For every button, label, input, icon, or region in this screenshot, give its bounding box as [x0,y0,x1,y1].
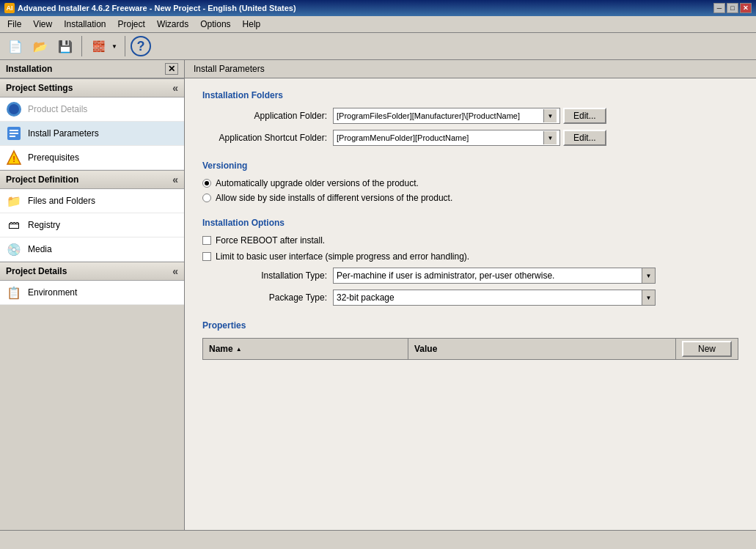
toolbar-separator-2 [125,36,125,56]
sidebar-item-install-parameters[interactable]: Install Parameters [0,122,184,146]
app-shortcut-row: Application Shortcut Folder: [ProgramMen… [202,130,738,146]
environment-icon: 📋 [6,284,22,301]
section-project-settings[interactable]: Project Settings « [0,78,184,97]
name-sort-arrow: ▲ [236,346,242,353]
collapse-project-definition[interactable]: « [172,174,178,185]
svg-rect-4 [10,133,18,134]
installation-type-label: Installation Type: [202,270,327,281]
installation-type-row: Installation Type: Per-machine if user i… [202,268,738,284]
col-name-header[interactable]: Name ▲ [203,339,408,360]
menu-options[interactable]: Options [196,18,235,31]
sidebar-item-product-details-label: Product Details [28,104,87,114]
app-folder-dropdown-arrow[interactable]: ▼ [543,109,557,122]
package-type-row: Package Type: 32-bit package ▼ [202,290,738,306]
menu-project[interactable]: Project [114,18,150,31]
force-reboot-checkbox[interactable] [202,236,211,245]
side-by-side-label: Allow side by side installs of different… [216,193,452,203]
minimize-button[interactable]: ─ [713,3,725,13]
side-by-side-radio[interactable] [202,194,211,202]
properties-title: Properties [202,320,738,331]
close-button[interactable]: ✕ [740,3,752,13]
installation-type-arrow[interactable]: ▼ [642,268,655,283]
sidebar-close-button[interactable]: ✕ [165,63,178,75]
app-folder-label: Application Folder: [202,111,327,121]
app-folder-combo[interactable]: [ProgramFilesFolder][Manufacturer]\[Prod… [333,108,560,124]
section-project-details[interactable]: Project Details « [0,262,184,281]
sidebar-item-registry-label: Registry [28,220,60,230]
sidebar-item-registry[interactable]: 🗃 Registry [0,213,184,237]
content-body: Installation Folders Application Folder:… [185,78,756,530]
sidebar-item-files-and-folders[interactable]: 📁 Files and Folders [0,189,184,213]
sidebar-item-environment-label: Environment [28,287,77,298]
collapse-project-details[interactable]: « [172,265,178,277]
files-and-folders-icon: 📁 [6,193,22,209]
app-folder-edit-button[interactable]: Edit... [563,108,606,124]
app-shortcut-edit-button[interactable]: Edit... [563,130,606,146]
section-versioning: Versioning Automatically upgrade older v… [202,161,738,203]
sidebar-item-prerequisites[interactable]: ! Prerequisites [0,146,184,170]
toolbar-separator-1 [81,36,82,56]
versioning-side-by-side[interactable]: Allow side by side installs of different… [202,193,738,203]
menu-file[interactable]: File [3,18,26,31]
section-project-details-label: Project Details [6,266,67,276]
toolbar: 📄 📂 💾 🧱 ▼ ? [0,33,756,60]
sidebar: Installation ✕ Project Settings « Produc… [0,60,185,530]
section-project-definition-label: Project Definition [6,174,78,185]
svg-point-1 [9,104,19,114]
app-folder-value: [ProgramFilesFolder][Manufacturer]\[Prod… [337,111,543,120]
versioning-auto-upgrade[interactable]: Automatically upgrade older versions of … [202,178,738,188]
collapse-project-settings[interactable]: « [172,82,178,94]
content-header: Install Parameters [185,60,756,78]
app-icon: AI [4,3,15,13]
section-project-settings-label: Project Settings [6,83,73,93]
main-layout: Installation ✕ Project Settings « Produc… [0,60,756,530]
menu-wizards[interactable]: Wizards [153,18,193,31]
menu-installation[interactable]: Installation [59,18,110,31]
sidebar-item-environment[interactable]: 📋 Environment [0,281,184,305]
force-reboot-label: Force REBOOT after install. [216,235,325,246]
app-shortcut-value: [ProgramMenuFolder][ProductName] [337,133,543,142]
app-shortcut-control-group: [ProgramMenuFolder][ProductName] ▼ Edit.… [333,130,738,146]
title-bar: AI Advanced Installer 4.6.2 Freeware - N… [0,0,756,16]
sidebar-item-install-parameters-label: Install Parameters [28,128,99,139]
package-type-label: Package Type: [202,292,327,303]
menu-view[interactable]: View [29,18,56,31]
section-installation-folders: Installation Folders Application Folder:… [202,90,738,146]
app-shortcut-label: Application Shortcut Folder: [202,133,327,143]
save-button[interactable]: 💾 [54,35,76,57]
menu-help[interactable]: Help [238,18,265,31]
app-shortcut-combo[interactable]: [ProgramMenuFolder][ProductName] ▼ [333,130,560,146]
sidebar-item-media-label: Media [28,244,52,254]
content-area: Install Parameters Installation Folders … [185,60,756,530]
help-button[interactable]: ? [131,36,151,56]
restore-button[interactable]: □ [727,3,738,13]
sidebar-item-media[interactable]: 💿 Media [0,237,184,262]
new-property-button[interactable]: New [682,341,732,357]
force-reboot-row: Force REBOOT after install. [202,235,738,246]
media-icon: 💿 [6,241,22,257]
svg-text:!: ! [12,155,15,163]
auto-upgrade-radio[interactable] [202,179,211,188]
open-button[interactable]: 📂 [29,35,51,57]
installation-type-value: Per-machine if user is administrator, pe… [334,270,642,281]
build-dropdown[interactable]: ▼ [109,35,120,57]
build-button[interactable]: 🧱 [87,35,109,57]
auto-upgrade-label: Automatically upgrade older versions of … [216,178,419,188]
app-shortcut-dropdown-arrow[interactable]: ▼ [543,131,557,144]
versioning-title: Versioning [202,161,738,171]
app-folder-row: Application Folder: [ProgramFilesFolder]… [202,108,738,124]
installation-type-select[interactable]: Per-machine if user is administrator, pe… [333,268,656,284]
new-button[interactable]: 📄 [4,35,26,57]
limit-ui-checkbox[interactable] [202,252,211,261]
package-type-value: 32-bit package [334,292,642,303]
package-type-select[interactable]: 32-bit package ▼ [333,290,656,306]
package-type-arrow[interactable]: ▼ [642,290,655,305]
sidebar-item-files-label: Files and Folders [28,196,95,206]
installation-folders-title: Installation Folders [202,90,738,100]
sidebar-item-product-details[interactable]: Product Details [0,97,184,122]
menu-bar: File View Installation Project Wizards O… [0,16,756,33]
section-properties: Properties Name ▲ Value [202,320,738,360]
section-project-definition[interactable]: Project Definition « [0,170,184,189]
prerequisites-icon: ! [6,150,22,166]
sidebar-item-prerequisites-label: Prerequisites [28,152,79,163]
